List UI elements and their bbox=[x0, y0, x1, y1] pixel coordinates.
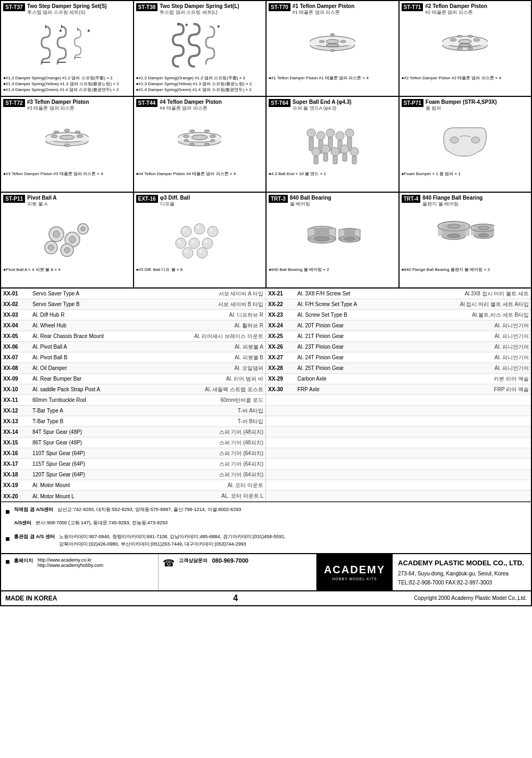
svg-point-96 bbox=[204, 240, 207, 243]
product-title-kr-st-t70: #1 테플론 댐퍼 피스톤 bbox=[293, 10, 355, 15]
product-code-st-p71: ST-P71 bbox=[402, 99, 423, 107]
svg-rect-68 bbox=[333, 156, 337, 164]
inquiry-icon: ☎ bbox=[163, 557, 174, 569]
svg-point-92 bbox=[178, 240, 181, 243]
part-name-xx19: Al. Motor Mount bbox=[32, 482, 228, 488]
part-num-xx02: XX-02 bbox=[3, 301, 32, 307]
product-title-trt-3: 840 Ball Bearing bbox=[290, 195, 331, 201]
product-code-st-t70: ST-T70 bbox=[269, 3, 290, 11]
part-name-xx07: Al. Pivot Ball B bbox=[32, 355, 235, 360]
svg-text:*: * bbox=[185, 22, 188, 30]
svg-point-30 bbox=[468, 47, 473, 50]
product-title-kr-trt-3: 볼 베어링 bbox=[290, 201, 331, 207]
svg-point-47 bbox=[189, 130, 195, 132]
svg-point-15 bbox=[326, 44, 339, 47]
part-name-xx20: Al. Motor Mount L bbox=[32, 493, 221, 499]
part-num-xx23: XX-23 bbox=[268, 312, 297, 318]
product-image-st-t64 bbox=[269, 114, 396, 168]
product-st-t71: ST-T71 #2 Teflon Damper Piston #2 테플론 댐퍼… bbox=[400, 1, 533, 97]
product-notes-st-p11: ●Pivot Ball A × 4 피봇 볼 A × 4 bbox=[3, 267, 131, 273]
svg-point-98 bbox=[185, 250, 188, 253]
part-num-xx08: XX-08 bbox=[3, 365, 32, 371]
product-notes-st-t72: ●#3 Teflon Damper Piston #3 테플론 댐퍼 피스톤 ×… bbox=[3, 171, 131, 177]
product-title-st-t44: #4 Teflon Damper Piston bbox=[160, 99, 222, 105]
product-trt-4: TRT-4 840 Flange Ball Bearing 플랜지 볼 베어링 bbox=[400, 193, 533, 289]
part-name-xx27: Al. 24T Pinion Gear bbox=[297, 355, 495, 360]
svg-point-18 bbox=[330, 34, 335, 36]
product-image-st-t71 bbox=[402, 19, 529, 72]
authorized-icon: ■ bbox=[5, 533, 10, 548]
product-title-st-t71: #2 Teflon Damper Piston bbox=[425, 3, 487, 10]
part-name-kr-xx30: FRP 리어 액슬 bbox=[494, 386, 529, 393]
academy-logo-block: ACADEMY HOBBY MODEL KITS bbox=[317, 554, 393, 590]
svg-point-74 bbox=[471, 137, 480, 143]
part-name-xx16: 110T Spur Gear (64P) bbox=[32, 450, 219, 456]
parts-column-left: XX-01 Servo Saver Type A 서보 세이버 A 타입 XX-… bbox=[1, 289, 266, 501]
product-image-ext-16 bbox=[136, 210, 264, 263]
part-num-xx01: XX-01 bbox=[3, 291, 32, 296]
svg-point-121 bbox=[447, 234, 460, 237]
part-name-kr-xx06: Al. 피봇볼 A bbox=[235, 343, 263, 351]
footer-authorized-content: 노원아카데미:907-0940, 청량리아카데미:691-7108, 강남아카데… bbox=[59, 533, 286, 548]
footer-service-content: 삼선교:742-9293, 대치동:552-9293, 양재동:575-9997… bbox=[57, 506, 241, 517]
part-name-kr-xx26: Al. 피니언기어 bbox=[495, 343, 529, 351]
part-name-kr-xx23: Al.볼트,비스 세트 B타입 bbox=[472, 311, 529, 319]
svg-point-80 bbox=[48, 245, 54, 250]
parts-row-xx07: XX-07 Al. Pivot Ball B Al. 피봇볼 B bbox=[1, 352, 265, 363]
product-st-t70: ST-T70 #1 Teflon Damper Piston #1 테플론 댐퍼… bbox=[267, 1, 400, 97]
part-name-kr-xx21: Al.3X8 접시 머리 볼트 세트 bbox=[464, 290, 529, 298]
parts-row-xx26: XX-26 Al. 23T Pinion Gear Al. 피니언기어 bbox=[266, 342, 531, 352]
footer-inquiry-block: ☎ 고객상담문의 080-969-7000 bbox=[159, 554, 316, 590]
product-title-kr-trt-4: 플랜지 볼 베어링 bbox=[422, 201, 483, 207]
homepage-label: 홈페이지 bbox=[14, 557, 33, 568]
product-notes-trt-3: ●840 Ball Bearing 볼 베어링 × 2 bbox=[269, 267, 396, 273]
part-name-xx24: Al. 20T Pinion Gear bbox=[297, 323, 495, 328]
product-notes-st-t44: ●#4 Teflon Damper Piston #4 테플론 댐퍼 피스톤 ×… bbox=[136, 171, 264, 177]
product-title-kr-st-t38: 투스텝 댐퍼 스프링 세트(L) bbox=[160, 10, 239, 15]
parts-row-xx24: XX-24 Al. 20T Pinion Gear Al. 피니언기어 bbox=[266, 320, 531, 331]
svg-point-82 bbox=[64, 248, 70, 253]
product-st-t44: ST-T44 #4 Teflon Damper Piston #4 테플론 댐퍼… bbox=[134, 97, 267, 193]
svg-rect-70 bbox=[343, 153, 347, 161]
part-name-xx08: Al. Oil Damper bbox=[32, 365, 235, 371]
part-name-xx10: Al. saddle Pack Strap Post A bbox=[32, 386, 205, 392]
product-image-st-t70 bbox=[269, 19, 396, 72]
product-title-st-p11: Pivot Ball A bbox=[27, 195, 56, 201]
part-name-kr-xx14: 스퍼 기어 (48피치) bbox=[219, 429, 263, 436]
inquiry-phone: 080-969-7000 bbox=[212, 557, 248, 569]
parts-row-xx27: XX-27 Al. 24T Pinion Gear Al. 피니언기어 bbox=[266, 352, 531, 363]
part-name-xx22: Al. F/H Screw Set Type A bbox=[297, 301, 460, 307]
inquiry-row: ☎ 고객상담문의 080-969-7000 bbox=[163, 557, 311, 569]
footer-as-label: A/S센터 bbox=[14, 519, 31, 531]
footer-service-row: ■ 직매점 겸 A/S센터 삼선교:742-9293, 대치동:552-9293… bbox=[5, 506, 527, 517]
footer-service-label: 직매점 겸 A/S센터 bbox=[14, 506, 53, 517]
product-code-ext-16: EXT-16 bbox=[136, 195, 158, 203]
part-num-xx25: XX-25 bbox=[268, 333, 297, 339]
part-name-xx01: Servo Saver Type A bbox=[32, 291, 219, 296]
svg-point-127 bbox=[478, 226, 489, 229]
product-notes-st-t64: ●4.3 Ball End × 10 볼 엔드 × 1 bbox=[269, 171, 396, 177]
footer-authorized-row: ■ 홍관점 겸 A/S 센터 노원아카데미:907-0940, 청량리아카데미:… bbox=[5, 533, 527, 548]
product-st-p71: ST-P71 Foam Bumper (STR-4,SP3X) 폼 범퍼 ●Fo… bbox=[400, 97, 533, 193]
svg-point-87 bbox=[194, 224, 205, 234]
homepage-content: http://www.academy.co.kr http://www.acad… bbox=[37, 557, 103, 568]
product-image-trt-3 bbox=[269, 210, 396, 263]
part-name-xx18: 120T Spur Gear (64P) bbox=[32, 472, 219, 477]
product-st-t72: ST-T72 #3 Teflon Damper Piston #3 테플론 댐퍼… bbox=[1, 97, 134, 193]
svg-point-16 bbox=[319, 40, 325, 43]
part-num-xx13: XX-13 bbox=[3, 418, 32, 424]
parts-row-xx23: XX-23 Al. Screw Set Type B Al.볼트,비스 세트 B… bbox=[266, 310, 531, 320]
part-name-kr-xx22: Al.접시 머리 볼트 세트 A타입 bbox=[460, 301, 529, 308]
svg-point-91 bbox=[176, 238, 186, 249]
parts-row-xx19: XX-19 Al. Motor Mount Al. 모터 마운트 bbox=[1, 480, 265, 491]
svg-point-88 bbox=[196, 226, 200, 229]
svg-point-120 bbox=[447, 224, 460, 228]
part-name-xx15: 86T Spur Gear (48P) bbox=[32, 440, 219, 446]
svg-point-40 bbox=[75, 131, 80, 133]
svg-point-95 bbox=[202, 238, 213, 249]
product-trt-3: TRT-3 840 Ball Bearing 볼 베어링 bbox=[267, 193, 400, 289]
part-name-xx05: Al. Rear Chassis Brace Mount bbox=[32, 333, 194, 339]
part-name-xx17: 115T Spur Gear (64P) bbox=[32, 461, 219, 467]
parts-row-xx30: XX-30 FRP Axle FRP 리어 액슬 bbox=[266, 384, 531, 395]
product-code-st-t71: ST-T71 bbox=[402, 3, 423, 11]
